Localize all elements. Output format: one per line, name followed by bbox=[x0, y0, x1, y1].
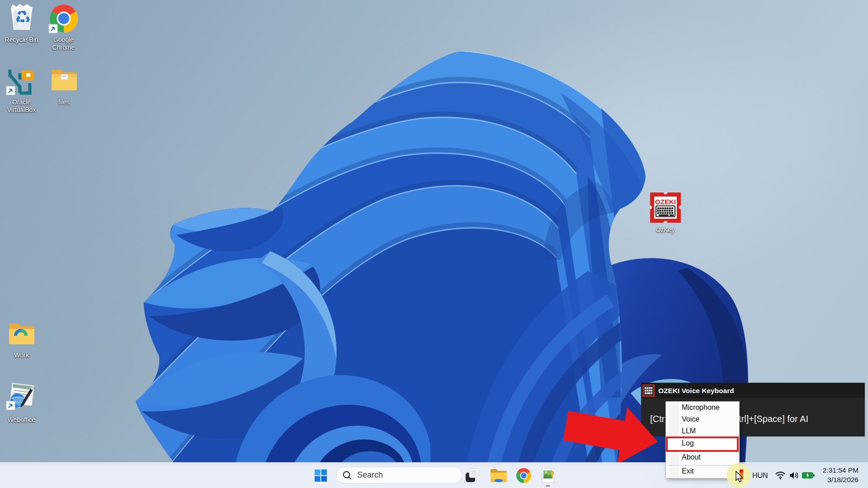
svg-text:OZEKI: OZEKI bbox=[655, 198, 676, 206]
